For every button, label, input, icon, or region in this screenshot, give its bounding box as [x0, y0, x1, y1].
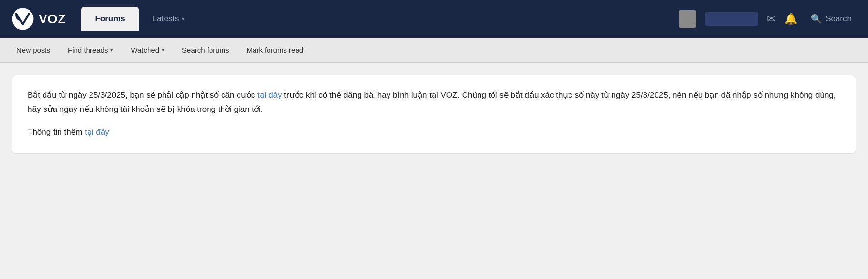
- subnav-item-new-posts[interactable]: New posts: [8, 38, 59, 62]
- notice-paragraph-2: Thông tin thêm tại đây: [28, 125, 840, 140]
- username-placeholder[interactable]: [705, 12, 758, 26]
- top-area: VOZ Forums Latests ▾ ✉ 🔔 🔍 Search: [0, 0, 868, 38]
- subnav-item-mark-read[interactable]: Mark forums read: [238, 38, 313, 62]
- search-button[interactable]: 🔍 Search: [806, 11, 856, 27]
- svg-point-0: [12, 8, 33, 30]
- notice-link-1[interactable]: tại đây: [257, 91, 282, 100]
- header: VOZ Forums Latests ▾ ✉ 🔔 🔍 Search: [0, 0, 868, 38]
- avatar[interactable]: [679, 10, 696, 28]
- voz-logo-icon: [12, 8, 34, 30]
- nav-tabs: Forums Latests ▾: [81, 7, 198, 31]
- notice-link-2[interactable]: tại đây: [85, 127, 109, 137]
- tab-forums[interactable]: Forums: [81, 7, 138, 31]
- watched-chevron-icon: ▾: [162, 47, 165, 53]
- search-icon: 🔍: [811, 14, 822, 24]
- tab-latests[interactable]: Latests ▾: [139, 7, 198, 31]
- latests-chevron-icon: ▾: [182, 16, 185, 22]
- find-threads-chevron-icon: ▾: [110, 47, 113, 53]
- header-right: ✉ 🔔 🔍 Search: [679, 10, 856, 28]
- notice-paragraph-1: Bắt đầu từ ngày 25/3/2025, bạn sẽ phải c…: [28, 89, 840, 117]
- subnav-item-find-threads[interactable]: Find threads ▾: [59, 38, 122, 62]
- content-area: Bắt đầu từ ngày 25/3/2025, bạn sẽ phải c…: [0, 63, 868, 165]
- subnav-item-search-forums[interactable]: Search forums: [173, 38, 238, 62]
- bell-icon[interactable]: 🔔: [784, 13, 797, 25]
- subnav-bar: New posts Find threads ▾ Watched ▾ Searc…: [0, 38, 868, 63]
- subnav-item-watched[interactable]: Watched ▾: [122, 38, 173, 62]
- notice-box: Bắt đầu từ ngày 25/3/2025, bạn sẽ phải c…: [12, 75, 856, 154]
- message-icon[interactable]: ✉: [767, 13, 776, 25]
- logo-area[interactable]: VOZ: [12, 8, 66, 30]
- logo-text: VOZ: [39, 12, 66, 27]
